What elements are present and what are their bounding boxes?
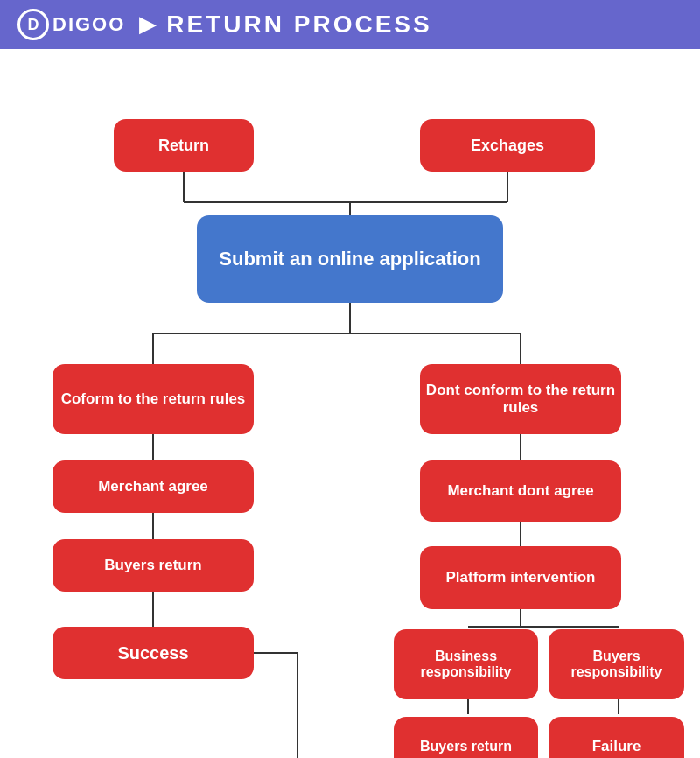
submit-node: Submit an online application <box>197 215 503 303</box>
logo-letter: D <box>28 16 39 34</box>
success-node: Success <box>52 627 254 679</box>
merchant-agree-node: Merchant agree <box>52 460 254 513</box>
conform-node: Coform to the return rules <box>52 364 254 434</box>
buyers-resp-node: Buyers responsibility <box>549 629 684 699</box>
logo: D DIGOO <box>18 9 125 40</box>
merchant-dont-node: Merchant dont agree <box>420 460 621 522</box>
header: D DIGOO ▶ RETURN PROCESS <box>0 0 700 49</box>
dont-conform-node: Dont conform to the return rules <box>420 364 621 434</box>
buyers-return2-node: Buyers return <box>394 717 538 758</box>
business-resp-node: Business responsibility <box>394 629 538 699</box>
play-icon: ▶ <box>139 12 158 37</box>
exchanges-node: Exchages <box>420 119 595 172</box>
buyers-return-node: Buyers return <box>52 539 254 592</box>
logo-brand: DIGOO <box>52 13 125 36</box>
logo-icon: D <box>18 9 49 40</box>
flowchart: Return Exchages Submit an online applica… <box>26 67 674 758</box>
return-node: Return <box>114 119 254 172</box>
failure-node: Failure <box>549 717 684 758</box>
page-title: ▶ RETURN PROCESS <box>139 11 431 39</box>
main-content: Return Exchages Submit an online applica… <box>0 49 700 758</box>
platform-node: Platform intervention <box>420 546 621 609</box>
